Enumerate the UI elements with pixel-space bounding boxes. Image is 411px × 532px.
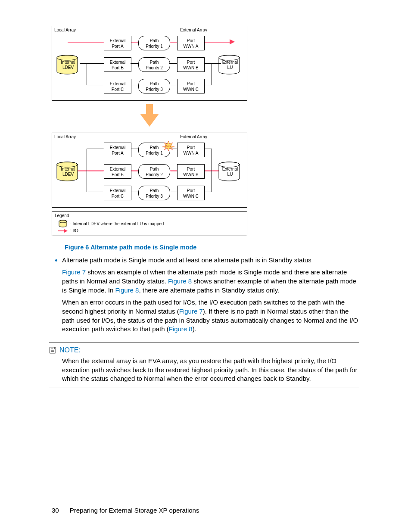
path-1: Path Priority 1 xyxy=(138,36,170,50)
error-star-icon: Error xyxy=(162,141,174,151)
external-lu: External LU xyxy=(218,55,243,77)
internal-ldev: Internal LDEV xyxy=(56,162,81,184)
path-2: Path Priority 2 xyxy=(138,57,170,72)
legend-arrow-text: : I/O xyxy=(70,228,78,233)
port-a: External Port A xyxy=(104,143,131,157)
svg-marker-15 xyxy=(64,229,68,233)
note-block: NOTE: When the external array is an EVA … xyxy=(49,342,359,388)
legend: Legend : Internal LDEV where the externa… xyxy=(52,211,247,236)
wwn-a: Port WWN A xyxy=(177,143,205,157)
wwn-b: Port WWN B xyxy=(177,164,205,179)
chapter-title: Preparing for External Storage XP operat… xyxy=(70,507,199,514)
wwn-c: Port WWN C xyxy=(177,186,205,200)
figure-8-link[interactable]: Figure 8 xyxy=(169,325,193,333)
port-c: External Port C xyxy=(104,79,131,93)
note-label: NOTE: xyxy=(59,346,81,354)
legend-cyl-text: : Internal LDEV where the external LU is… xyxy=(70,221,164,226)
figure-7-link[interactable]: Figure 7 xyxy=(62,268,86,276)
wwn-b: Port WWN B xyxy=(177,57,205,72)
figure-caption: Figure 6 Alternate path mode is Single m… xyxy=(65,244,359,251)
svg-marker-4 xyxy=(230,39,235,44)
bullet-paragraph-2: When an error occurs in the path used fo… xyxy=(62,298,359,334)
figure-diagram: Local Array External Array Internal LDEV xyxy=(52,26,247,236)
local-array-label-2: Local Array xyxy=(54,134,76,139)
internal-ldev: Internal LDEV xyxy=(56,55,81,77)
figure-8-link[interactable]: Figure 8 xyxy=(168,277,192,285)
diagram-bottom: Local Array External Array Error xyxy=(52,133,247,208)
external-lu: External LU xyxy=(218,162,243,184)
external-array-label: External Array xyxy=(180,28,207,32)
wwn-c: Port WWN C xyxy=(177,79,205,93)
down-arrow-icon xyxy=(52,103,247,129)
arrowhead-icon xyxy=(230,39,236,45)
port-b: External Port B xyxy=(104,57,131,72)
svg-text:Error: Error xyxy=(165,145,171,148)
port-c: External Port C xyxy=(104,186,131,200)
port-a: External Port A xyxy=(104,36,131,50)
page-footer: 30 Preparing for External Storage XP ope… xyxy=(52,507,199,514)
path-2: Path Priority 2 xyxy=(138,164,170,179)
path-3: Path Priority 3 xyxy=(138,186,170,200)
diagram-top: Local Array External Array Internal LDEV xyxy=(52,26,247,101)
wwn-a: Port WWN A xyxy=(177,36,205,50)
note-text: When the external array is an EVA array,… xyxy=(62,357,359,383)
cylinder-icon xyxy=(58,220,68,227)
legend-title: Legend xyxy=(55,213,244,218)
io-arrow-icon xyxy=(58,229,68,233)
figure-7-link[interactable]: Figure 7 xyxy=(179,308,203,315)
note-icon xyxy=(49,347,57,354)
port-b: External Port B xyxy=(104,164,131,179)
local-array-label: Local Array xyxy=(54,28,76,32)
external-array-label-2: External Array xyxy=(180,134,207,139)
page-number: 30 xyxy=(52,507,59,514)
bullet-lead: Alternate path mode is Single mode and a… xyxy=(62,256,311,264)
path-3: Path Priority 3 xyxy=(138,79,170,93)
bullet-paragraph-1: Figure 7 shows an example of when the al… xyxy=(62,268,359,295)
figure-8-link[interactable]: Figure 8 xyxy=(115,286,139,294)
bullet-item: Alternate path mode is Single mode and a… xyxy=(62,256,359,334)
